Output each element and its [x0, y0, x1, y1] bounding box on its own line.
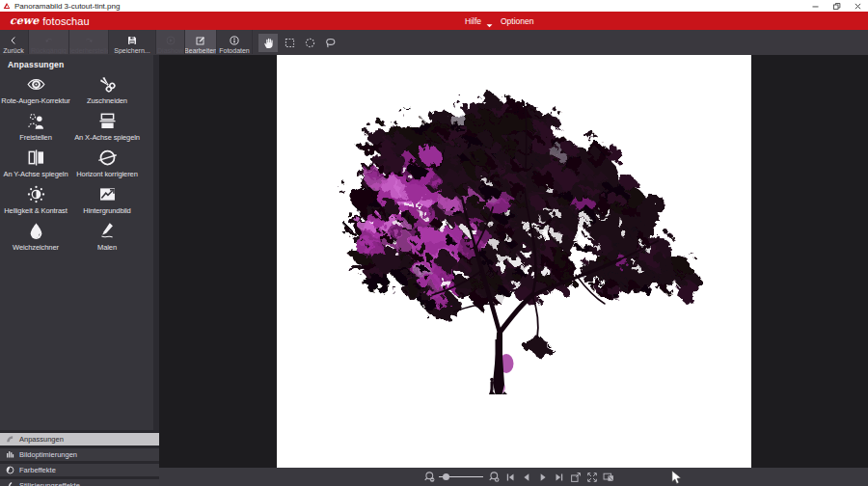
sidebar-section-label: Bildoptimierungen: [19, 450, 77, 459]
sidebar-tool-an-x-achse-spiegeln[interactable]: An X-Achse spiegeln: [71, 109, 143, 146]
sidebar-section-label: Farbeffekte: [19, 466, 56, 474]
compare-icon: [602, 471, 615, 484]
app-header: cewe fotoschau Hilfe Optionen: [0, 12, 868, 30]
sidebar-title: Anpassungen: [8, 60, 64, 69]
zoom-slider[interactable]: [439, 468, 483, 486]
speichern-button[interactable]: Speichern...: [108, 30, 155, 54]
chevron-down-icon[interactable]: [486, 24, 493, 28]
close-button[interactable]: [847, 0, 868, 12]
bottom-toolbar: [159, 468, 868, 486]
sidebar-tool-zuschneiden[interactable]: Zuschneiden: [71, 72, 143, 109]
original-size-button[interactable]: [568, 468, 583, 486]
skip-first-icon: [503, 471, 517, 484]
wiederherstellen-label: Wiederherstellen: [68, 47, 108, 54]
sidebar-tool-weichzeichner[interactable]: Weichzeichner: [0, 219, 71, 256]
app-logo: cewe fotoschau: [10, 13, 90, 29]
rueckgaengig-button[interactable]: Rückgängig: [28, 30, 68, 54]
horizon-icon: [97, 148, 118, 168]
orig-size-icon: [569, 471, 583, 484]
sidebar-section-farbeffekte[interactable]: Farbeffekte: [0, 464, 159, 476]
marquee-rect-icon: [284, 37, 296, 49]
cutout-icon: [26, 111, 46, 131]
previous-image-button[interactable]: [519, 468, 534, 486]
sidebar-tool-malen[interactable]: Malen: [71, 219, 143, 256]
brightness-icon: [26, 184, 46, 204]
first-image-button[interactable]: [502, 468, 518, 486]
sidebar-tool-horizont-korrigieren[interactable]: Horizont korrigieren: [71, 146, 143, 182]
tree-base-figure: [491, 381, 494, 392]
sidebar-tool-label: Zuschneiden: [71, 96, 143, 105]
zoom-in-button[interactable]: [486, 468, 502, 486]
tree-foliage: [339, 94, 698, 358]
redo-icon: [83, 35, 95, 46]
skip-last-icon: [553, 471, 566, 484]
tree-base-figure-head: [490, 378, 494, 382]
bgimage-icon: [97, 184, 118, 204]
restore-button[interactable]: [826, 0, 847, 12]
sidebar-tool-label: Malen: [71, 243, 143, 252]
zoom-in-icon: [487, 471, 501, 484]
stylize-icon: [6, 481, 14, 486]
photo-view[interactable]: [277, 55, 751, 468]
prev-icon: [520, 471, 533, 484]
edit-icon: [195, 35, 206, 46]
hand-tool[interactable]: [258, 34, 278, 52]
hand-icon: [262, 37, 275, 49]
toolbar: ZurückRückgängigWiederherstellenSpeicher…: [0, 30, 868, 55]
sidebar-tool-helligkeit-kontrast[interactable]: Helligkeit & Kontrast: [0, 182, 71, 219]
sidebar-tool-freistellen[interactable]: Freistellen: [0, 109, 71, 146]
flip-y-icon: [26, 148, 46, 168]
lasso-icon: [324, 37, 337, 49]
ellipse-select-tool[interactable]: [300, 34, 319, 52]
fullscreen-button[interactable]: [584, 468, 600, 486]
minimize-button[interactable]: [804, 0, 826, 12]
sidebar-tool-rote-augen-korrektur[interactable]: Rote-Augen-Korrektur: [0, 72, 71, 109]
sidebar-tool-label: Rote-Augen-Korrektur: [0, 96, 71, 105]
sidebar-section-stilisierungseffekte[interactable]: Stilisierungseffekte: [0, 479, 159, 486]
adjust-icon: [6, 435, 14, 444]
scissors-icon: [97, 74, 118, 94]
undo-icon: [43, 35, 55, 46]
sidebar: Anpassungen Rote-Augen-KorrekturZuschnei…: [0, 55, 159, 486]
zurueck-label: Zurück: [3, 47, 23, 54]
app-window: Panoramabild 3-cutout-tint.png cewe foto…: [0, 0, 868, 486]
flip-x-icon: [97, 111, 118, 131]
tree-trunk: [496, 339, 502, 388]
sidebar-section-label: Stilisierungseffekte: [19, 481, 80, 486]
logo-plain-text: fotoschau: [42, 15, 90, 27]
fullscreen-icon: [585, 471, 599, 484]
menu-hilfe[interactable]: Hilfe: [465, 16, 481, 26]
diashow-label: Diashow: [157, 47, 183, 54]
sidebar-tool-an-y-achse-spiegeln[interactable]: An Y-Achse spiegeln: [0, 146, 71, 182]
app-icon: [3, 2, 11, 10]
speichern-label: Speichern...: [114, 47, 149, 54]
last-image-button[interactable]: [552, 468, 567, 486]
zoom-slider-knob[interactable]: [443, 473, 449, 480]
sidebar-tool-hintergrundbild[interactable]: Hintergrundbild: [71, 182, 143, 219]
zoom-out-icon: [422, 471, 436, 484]
info-icon: [229, 35, 240, 46]
sidebar-section-anpassungen[interactable]: Anpassungen: [0, 433, 159, 446]
save-icon: [126, 35, 138, 46]
next-image-button[interactable]: [535, 468, 551, 486]
bearbeiten-button[interactable]: Bearbeiten: [184, 30, 216, 54]
next-icon: [536, 471, 550, 484]
rect-select-tool[interactable]: [280, 34, 299, 52]
zurueck-button[interactable]: Zurück: [0, 30, 27, 54]
sidebar-section-bildoptimierungen[interactable]: Bildoptimierungen: [0, 448, 159, 461]
zoom-out-button[interactable]: [421, 468, 437, 486]
window-controls: [804, 0, 868, 12]
show-original-button[interactable]: [601, 468, 616, 486]
lasso-select-tool[interactable]: [320, 34, 339, 52]
sidebar-tool-label: An Y-Achse spiegeln: [0, 170, 71, 178]
wiederherstellen-button[interactable]: Wiederherstellen: [68, 30, 108, 54]
fotodaten-button[interactable]: Fotodaten: [216, 30, 253, 54]
diashow-button[interactable]: Diashow: [155, 30, 184, 54]
sidebar-sections: AnpassungenBildoptimierungenFarbeffekteS…: [0, 430, 159, 486]
mouse-cursor: [671, 470, 682, 485]
colorfx-icon: [6, 466, 14, 474]
sidebar-tool-label: Freistellen: [0, 133, 71, 142]
menu-optionen[interactable]: Optionen: [501, 16, 534, 26]
fotodaten-label: Fotodaten: [219, 47, 250, 54]
back-icon: [8, 35, 19, 46]
